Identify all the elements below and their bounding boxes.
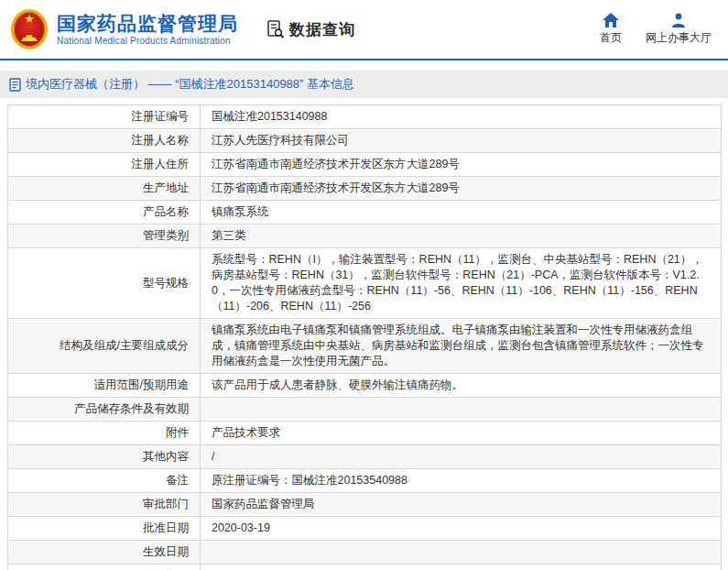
header-quick-links: 首页 网上办事大厅 [600, 13, 712, 46]
table-row: 审批部门国家药品监督管理局 [8, 493, 722, 517]
table-row: 管理类别第三类 [8, 225, 722, 248]
row-value-cell: 江苏省南通市南通经济技术开发区东方大道289号 [201, 177, 722, 201]
row-value: 国家药品监督管理局 [212, 498, 315, 510]
breadcrumb-bar: 境内医疗器械（注册） —— “国械注准20153140988” 基本信息 [0, 71, 728, 98]
row-value: 国械注准20153140988 [212, 110, 327, 123]
row-value: 原注册证编号：国械注准20153540988 [212, 474, 407, 487]
table-row: 批准日期2020-03-19 [8, 517, 722, 541]
row-label-cell: 备注 [8, 469, 201, 493]
row-label: 生效日期 [143, 545, 189, 558]
row-label: 备注 [166, 474, 189, 487]
nav-data-query[interactable]: 数据查询 [266, 19, 355, 40]
row-value-cell: 产品技术要求 [201, 422, 722, 445]
row-label: 管理类别 [143, 229, 189, 242]
service-hall-label: 网上办事大厅 [646, 30, 712, 46]
row-value: 江苏省南通市南通经济技术开发区东方大道289号 [212, 181, 460, 194]
row-label-cell: 结构及组成/主要组成成分 [8, 319, 201, 374]
row-value-cell: 镇痛泵系统由电子镇痛泵和镇痛管理系统组成。电子镇痛泵由输注装置和一次性专用储液药… [201, 319, 722, 374]
row-label: 产品储存条件及有效期 [74, 402, 189, 415]
row-value: 2020-03-19 [212, 521, 270, 534]
row-label: 注册人名称 [132, 134, 190, 147]
row-label-cell: 注册人名称 [8, 129, 201, 153]
table-row: 生效日期 [8, 541, 722, 565]
breadcrumb: 境内医疗器械（注册） —— “国械注准20153140988” 基本信息 [26, 76, 354, 93]
row-value: / [212, 450, 214, 463]
row-label: 其他内容 [143, 450, 189, 463]
row-value-cell: 2025-03-18 [201, 565, 722, 570]
table-row: 产品名称镇痛泵系统 [8, 201, 722, 225]
data-query-label: 数据查询 [289, 19, 355, 40]
row-label: 生产地址 [143, 181, 189, 194]
row-value: 该产品用于成人患者静脉、硬膜外输注镇痛药物。 [212, 378, 463, 391]
row-value: 江苏人先医疗科技有限公司 [212, 134, 349, 147]
nav-home[interactable]: 首页 [600, 13, 622, 46]
row-value-cell [201, 541, 722, 565]
row-label: 附件 [166, 426, 189, 439]
row-value-cell: / [201, 445, 722, 469]
row-label-cell: 注册人住所 [8, 153, 201, 177]
national-emblem-icon: ★ [11, 9, 48, 49]
agency-title-block: 国家药品监督管理局 National Medical Products Admi… [57, 13, 238, 47]
row-label-cell: 生效日期 [8, 541, 201, 565]
row-value: 江苏省南通市南通经济技术开发区东方大道289号 [212, 158, 460, 170]
row-label: 批准日期 [143, 521, 189, 534]
row-label-cell: 产品储存条件及有效期 [8, 398, 201, 422]
row-label: 审批部门 [143, 498, 189, 510]
row-label-cell: 附件 [8, 422, 201, 445]
registration-info-table-wrap: 注册证编号国械注准20153140988注册人名称江苏人先医疗科技有限公司注册人… [7, 104, 722, 570]
row-label-cell: 生产地址 [8, 177, 201, 201]
document-icon [9, 78, 21, 92]
row-value-cell: 该产品用于成人患者静脉、硬膜外输注镇痛药物。 [201, 374, 722, 398]
page-header: ★ 国家药品监督管理局 National Medical Products Ad… [0, 0, 728, 60]
row-value-cell: 第三类 [201, 225, 722, 248]
row-label-cell: 审批部门 [8, 493, 201, 517]
row-value: 系统型号：REHN（Ⅰ），输注装置型号：REHN（11），监测台、中央基站型号：… [212, 253, 703, 312]
row-value-cell: 江苏省南通市南通经济技术开发区东方大道289号 [201, 153, 722, 177]
table-row: 附件产品技术要求 [8, 422, 722, 445]
table-row: 型号规格系统型号：REHN（Ⅰ），输注装置型号：REHN（11），监测台、中央基… [8, 248, 722, 319]
table-row: 适用范围/预期用途该产品用于成人患者静脉、硬膜外输注镇痛药物。 [8, 374, 722, 398]
home-label: 首页 [600, 30, 622, 46]
table-row: 注册人名称江苏人先医疗科技有限公司 [8, 129, 722, 153]
row-value-cell: 镇痛泵系统 [201, 201, 722, 225]
row-label-cell: 管理类别 [8, 225, 201, 248]
table-row: 结构及组成/主要组成成分镇痛泵系统由电子镇痛泵和镇痛管理系统组成。电子镇痛泵由输… [8, 319, 722, 374]
data-query-icon [266, 19, 286, 39]
table-row: 有效期至2025-03-18 [8, 565, 722, 570]
table-row: 生产地址江苏省南通市南通经济技术开发区东方大道289号 [8, 177, 722, 201]
row-label-cell: 产品名称 [8, 201, 201, 225]
row-label-cell: 注册证编号 [8, 105, 201, 129]
row-label: 注册证编号 [132, 110, 190, 123]
row-label-cell: 批准日期 [8, 517, 201, 541]
row-value-cell: 国家药品监督管理局 [201, 493, 722, 517]
row-label-cell: 型号规格 [8, 248, 201, 319]
agency-title-cn: 国家药品监督管理局 [57, 13, 238, 35]
row-label-cell: 有效期至 [8, 565, 201, 570]
row-value-cell: 2020-03-19 [201, 517, 722, 541]
row-value: 镇痛泵系统 [212, 205, 269, 218]
row-label-cell: 适用范围/预期用途 [8, 374, 201, 398]
row-value-cell: 江苏人先医疗科技有限公司 [201, 129, 722, 153]
row-value: 第三类 [212, 229, 246, 242]
table-row: 注册证编号国械注准20153140988 [8, 105, 722, 129]
row-value-cell: 原注册证编号：国械注准20153540988 [201, 469, 722, 493]
nav-service-hall[interactable]: 网上办事大厅 [646, 13, 712, 46]
registration-info-table: 注册证编号国械注准20153140988注册人名称江苏人先医疗科技有限公司注册人… [7, 104, 722, 570]
row-label: 型号规格 [143, 277, 189, 290]
row-label: 产品名称 [143, 205, 189, 218]
table-row: 其他内容/ [8, 445, 722, 469]
row-label: 适用范围/预期用途 [94, 378, 189, 391]
emblem-gate-icon [21, 35, 38, 41]
nmpa-logo[interactable]: ★ [9, 7, 49, 51]
home-icon [603, 13, 619, 27]
row-value-cell [201, 398, 722, 422]
table-row: 备注原注册证编号：国械注准20153540988 [8, 469, 722, 493]
row-value-cell: 系统型号：REHN（Ⅰ），输注装置型号：REHN（11），监测台、中央基站型号：… [201, 248, 722, 319]
row-label: 结构及组成/主要组成成分 [60, 339, 189, 352]
row-value: 镇痛泵系统由电子镇痛泵和镇痛管理系统组成。电子镇痛泵由输注装置和一次性专用储液药… [212, 323, 704, 367]
emblem-star-icon: ★ [24, 13, 35, 25]
user-icon [671, 13, 686, 27]
table-row: 注册人住所江苏省南通市南通经济技术开发区东方大道289号 [8, 153, 722, 177]
row-label: 注册人住所 [132, 158, 190, 170]
row-value-cell: 国械注准20153140988 [201, 105, 722, 129]
